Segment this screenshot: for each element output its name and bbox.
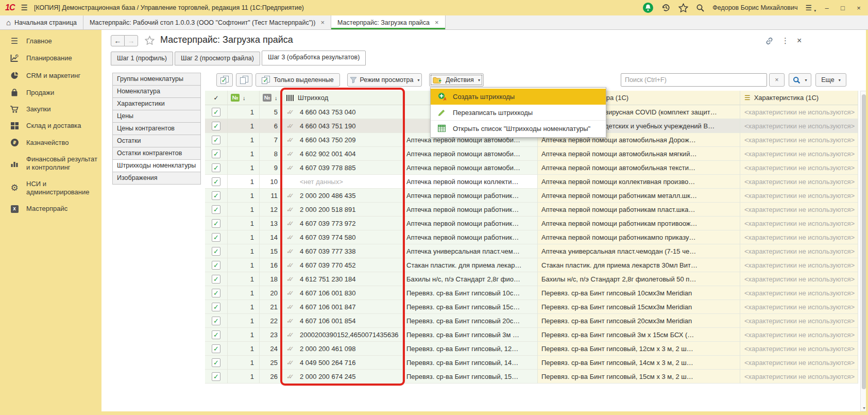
row-barcode-cell[interactable]: ✓✓2 000 200 674 245 bbox=[282, 370, 403, 384]
table-row[interactable]: ✓113✓✓4 607 039 773 972Аптечка первой по… bbox=[205, 217, 858, 230]
row-nomenclature-1c-cell[interactable]: Перевяз. ср-ва Бинт гипсовый 10смх3м Mer… bbox=[538, 286, 740, 300]
row-nomenclature-1c-cell[interactable]: Аптечка первой помощи автомобильная текс… bbox=[538, 161, 740, 175]
row-check-cell[interactable]: ✓ bbox=[205, 203, 228, 217]
row-characteristic-1c-cell[interactable]: <характеристики не используются> bbox=[740, 286, 858, 300]
actions-button[interactable]: Действия▾ bbox=[429, 73, 484, 87]
main-menu-icon[interactable]: ☰ bbox=[21, 3, 27, 12]
table-row[interactable]: ✓122✓✓4 607 106 001 854Перевяз. ср-ва Би… bbox=[205, 314, 858, 328]
row-number-1-cell[interactable]: 1 bbox=[228, 370, 260, 384]
search-icon[interactable] bbox=[696, 4, 705, 12]
row-check-cell[interactable]: ✓ bbox=[205, 230, 228, 244]
checkbox-checked-icon[interactable]: ✓ bbox=[212, 372, 220, 381]
row-nomenclature-file-cell[interactable]: Аптечка первой помощи работник… bbox=[403, 203, 538, 217]
row-number-2-cell[interactable]: 20 bbox=[260, 286, 282, 300]
row-nomenclature-file-cell[interactable]: Аптечка первой помощи работник… bbox=[403, 189, 538, 203]
table-row[interactable]: ✓19✓✓4 607 039 778 885Аптечка первой пом… bbox=[205, 161, 858, 175]
row-nomenclature-1c-cell[interactable]: Аптечка первой помощи работникам металл.… bbox=[538, 189, 740, 203]
row-number-1-cell[interactable]: 1 bbox=[228, 314, 260, 328]
row-check-cell[interactable]: ✓ bbox=[205, 342, 228, 356]
row-number-2-cell[interactable]: 9 bbox=[260, 161, 282, 175]
table-row[interactable]: ✓110<нет данных>Аптечка первой помощи ко… bbox=[205, 175, 858, 189]
row-check-cell[interactable]: ✓ bbox=[205, 147, 228, 161]
row-number-2-cell[interactable]: 25 bbox=[260, 356, 282, 370]
row-nomenclature-file-cell[interactable]: Перевяз. ср-ва Бинт гипсовый, 15… bbox=[403, 370, 538, 384]
only-selected-button[interactable]: ✓ Только выделенные bbox=[256, 73, 340, 87]
row-number-2-cell[interactable]: 12 bbox=[260, 203, 282, 217]
table-row[interactable]: ✓18✓✓4 602 902 001 404Аптечка первой пом… bbox=[205, 147, 858, 161]
sidebar-item[interactable]: Склад и доставка bbox=[0, 118, 101, 134]
search-button[interactable]: ▾ bbox=[789, 73, 811, 87]
row-barcode-cell[interactable]: ✓✓4 612 751 230 184 bbox=[282, 272, 403, 286]
row-number-1-cell[interactable]: 1 bbox=[228, 189, 260, 203]
row-characteristic-1c-cell[interactable]: <характеристики не используются> bbox=[740, 328, 858, 342]
row-nomenclature-1c-cell[interactable]: Перевяз. ср-ва Бинт гипсовый 3м х 15см Б… bbox=[538, 328, 740, 342]
row-check-cell[interactable]: ✓ bbox=[205, 258, 228, 272]
row-check-cell[interactable]: ✓ bbox=[205, 217, 228, 230]
row-nomenclature-file-cell[interactable]: Бахилы н/с, п/э Стандарт 2,8г фио… bbox=[403, 272, 538, 286]
favorite-star-icon[interactable] bbox=[145, 36, 155, 45]
checkbox-checked-icon[interactable]: ✓ bbox=[212, 261, 220, 270]
row-characteristic-1c-cell[interactable]: <характеристики не используются> bbox=[740, 189, 858, 203]
row-characteristic-1c-cell[interactable]: <характеристики не используются> bbox=[740, 230, 858, 244]
sidebar-item[interactable]: Закупки bbox=[0, 101, 101, 118]
row-barcode-cell[interactable]: ✓✓2 000 200 518 891 bbox=[282, 203, 403, 217]
step-tab[interactable]: Шаг 2 (просмотр файла) bbox=[175, 52, 260, 65]
sidebar-item[interactable]: CRM и маркетинг bbox=[0, 67, 101, 84]
row-check-cell[interactable]: ✓ bbox=[205, 300, 228, 314]
row-number-1-cell[interactable]: 1 bbox=[228, 217, 260, 230]
row-barcode-cell[interactable]: ✓✓4 660 043 751 190 bbox=[282, 119, 403, 133]
row-number-2-cell[interactable]: 15 bbox=[260, 244, 282, 258]
category-tab[interactable]: Цены bbox=[112, 110, 201, 123]
table-row[interactable]: ✓116✓✓4 607 039 770 452Стакан пластик. д… bbox=[205, 258, 858, 272]
row-characteristic-1c-cell[interactable]: <характеристики не используются> bbox=[740, 105, 858, 119]
table-row[interactable]: ✓118✓✓4 612 751 230 184Бахилы н/с, п/э С… bbox=[205, 272, 858, 286]
checkbox-checked-icon[interactable]: ✓ bbox=[212, 344, 220, 353]
row-characteristic-1c-cell[interactable]: <характеристики не используются> bbox=[740, 356, 858, 370]
row-check-cell[interactable]: ✓ bbox=[205, 272, 228, 286]
row-number-1-cell[interactable]: 1 bbox=[228, 175, 260, 189]
sidebar-item[interactable]: ₽Планирование bbox=[0, 49, 101, 67]
window-tab[interactable]: ⌂Начальная страница bbox=[0, 15, 83, 29]
category-tab[interactable]: Остатки bbox=[112, 135, 201, 147]
row-characteristic-1c-cell[interactable]: <характеристики не используются> bbox=[740, 370, 858, 384]
checkbox-checked-icon[interactable]: ✓ bbox=[212, 275, 220, 284]
row-nomenclature-1c-cell[interactable]: Стакан пластик. для приема лекарств 30мл… bbox=[538, 258, 740, 272]
row-number-2-cell[interactable]: 22 bbox=[260, 314, 282, 328]
row-number-2-cell[interactable]: 24 bbox=[260, 342, 282, 356]
category-tab[interactable]: Группы номенклатуры bbox=[112, 73, 201, 86]
sidebar-item[interactable]: Финансовый результат и контроллинг bbox=[0, 151, 101, 176]
checkbox-checked-icon[interactable]: ✓ bbox=[212, 108, 220, 117]
row-number-2-cell[interactable]: 10 bbox=[260, 175, 282, 189]
header-barcode[interactable]: Штрихкод bbox=[282, 91, 403, 105]
back-button[interactable]: ← bbox=[111, 35, 125, 46]
step-tab[interactable]: Шаг 1 (профиль) bbox=[111, 52, 173, 65]
sidebar-item[interactable]: ☰Главное bbox=[0, 33, 101, 49]
row-nomenclature-1c-cell[interactable]: Бахилы н/с, п/э Стандарт 2,8г фиолетовый… bbox=[538, 272, 740, 286]
checkbox-checked-icon[interactable]: ✓ bbox=[212, 303, 220, 311]
row-number-1-cell[interactable]: 1 bbox=[228, 356, 260, 370]
service-menu-icon[interactable]: ☰▾ bbox=[805, 4, 812, 12]
header-characteristic-1c[interactable]: ☰Характеристика (1С) bbox=[740, 91, 858, 105]
row-barcode-cell[interactable]: ✓✓4 660 043 753 040 bbox=[282, 105, 403, 119]
row-nomenclature-1c-cell[interactable]: Перевяз. ср-ва Бинт гипсовый, 12см х 3 м… bbox=[538, 342, 740, 356]
row-number-2-cell[interactable]: 5 bbox=[260, 105, 282, 119]
sidebar-item[interactable]: ₽Казначейство bbox=[0, 134, 101, 151]
notifications-icon[interactable] bbox=[642, 2, 654, 13]
row-barcode-cell[interactable]: ✓✓4 607 106 001 854 bbox=[282, 314, 403, 328]
maximize-icon[interactable]: □ bbox=[839, 4, 847, 12]
row-characteristic-1c-cell[interactable]: <характеристики не используются> bbox=[740, 175, 858, 189]
row-nomenclature-file-cell[interactable]: Перевяз. ср-ва Бинт гипсовый 10с… bbox=[403, 286, 538, 300]
search-clear-button[interactable]: × bbox=[769, 73, 785, 87]
row-characteristic-1c-cell[interactable]: <характеристики не используются> bbox=[740, 133, 858, 147]
history-icon[interactable] bbox=[661, 3, 671, 12]
check-all-button[interactable]: ✓ bbox=[216, 73, 233, 87]
category-tab[interactable]: Остатки контрагентов bbox=[112, 147, 201, 160]
checkbox-checked-icon[interactable]: ✓ bbox=[212, 163, 220, 172]
row-number-1-cell[interactable]: 1 bbox=[228, 133, 260, 147]
tab-close-icon[interactable]: × bbox=[435, 19, 439, 26]
forward-button[interactable]: → bbox=[124, 35, 138, 46]
header-check[interactable]: ✓ bbox=[205, 91, 228, 105]
menu-item[interactable]: AСоздать штрихкоды bbox=[431, 89, 606, 105]
row-number-2-cell[interactable]: 13 bbox=[260, 217, 282, 230]
checkbox-checked-icon[interactable]: ✓ bbox=[212, 317, 220, 325]
